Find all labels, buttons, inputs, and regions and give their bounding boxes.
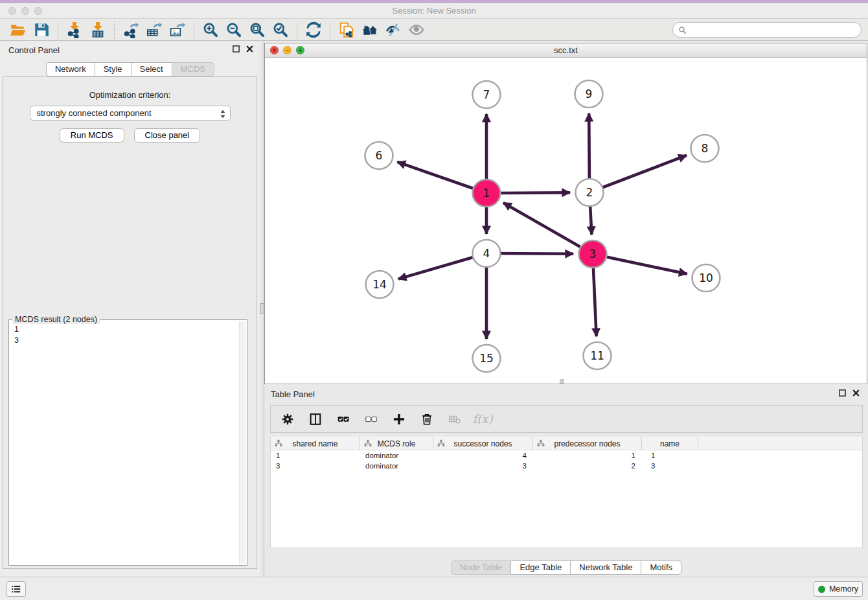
add-button[interactable] xyxy=(390,410,408,429)
zoom-selected-button[interactable] xyxy=(269,21,292,40)
close-window-button[interactable] xyxy=(8,7,16,15)
save-session-button[interactable] xyxy=(30,21,53,40)
graph-node-14[interactable]: 14 xyxy=(366,271,394,298)
tab-mcds[interactable]: MCDS xyxy=(172,62,214,76)
search-icon xyxy=(678,26,687,34)
graph-node-4[interactable]: 4 xyxy=(473,240,501,267)
table-cell: 1 xyxy=(271,450,360,461)
graph-node-1[interactable]: 1 xyxy=(473,179,501,207)
tab-select[interactable]: Select xyxy=(131,62,172,76)
delete-button[interactable] xyxy=(418,410,436,429)
graph-node-3[interactable]: 3 xyxy=(579,240,607,268)
dropdown-stepper-icon xyxy=(220,110,226,119)
table-body: 1dominator4113dominator323 xyxy=(271,450,862,471)
export-image-button[interactable] xyxy=(166,21,189,40)
float-table-panel-icon[interactable] xyxy=(838,389,847,397)
graph-node-15[interactable]: 15 xyxy=(473,345,501,372)
toolbar-separator xyxy=(58,21,58,39)
table-cell: 1 xyxy=(533,450,642,461)
graph-node-label: 2 xyxy=(586,186,593,199)
memory-label: Memory xyxy=(829,584,858,594)
toolbar-separator xyxy=(297,21,297,39)
network-zoom-button[interactable]: + xyxy=(296,46,304,54)
canvas-resize-handle[interactable] xyxy=(560,379,564,384)
column-label: shared name xyxy=(292,439,337,448)
run-mcds-button[interactable]: Run MCDS xyxy=(60,128,124,143)
search-input[interactable] xyxy=(690,25,856,35)
zoom-fit-button[interactable] xyxy=(246,21,269,40)
table-cell: 3 xyxy=(642,461,698,471)
toolbar-separator xyxy=(114,21,115,39)
network-minimize-button[interactable]: – xyxy=(283,46,291,54)
memory-status-icon xyxy=(818,586,825,593)
export-network-button[interactable] xyxy=(119,21,143,40)
graph-edge-2-8[interactable] xyxy=(589,156,687,192)
search-box[interactable] xyxy=(672,22,862,38)
network-close-button[interactable]: × xyxy=(270,46,279,54)
table-row[interactable]: 3dominator323 xyxy=(271,461,862,471)
criterion-dropdown[interactable]: strongly connected component xyxy=(30,106,231,121)
graph-node-6[interactable]: 6 xyxy=(365,142,393,169)
zoom-in-button[interactable] xyxy=(199,21,222,40)
birds-eye-view-button[interactable] xyxy=(405,21,428,40)
column-header-predecessor-nodes[interactable]: predecessor nodes xyxy=(533,437,642,450)
splitter-handle[interactable] xyxy=(260,303,264,314)
deselect-all-button[interactable] xyxy=(362,410,380,429)
function-builder-button: f(x) xyxy=(474,410,492,429)
delete-table-button xyxy=(446,410,464,429)
mcds-result-text[interactable]: 13 xyxy=(9,321,238,564)
import-table-button[interactable] xyxy=(86,21,109,40)
graph-edge-3-1[interactable] xyxy=(503,203,593,254)
graph-node-8[interactable]: 8 xyxy=(691,135,719,162)
close-table-panel-icon[interactable] xyxy=(852,389,860,397)
column-header-MCDS-role[interactable]: MCDS role xyxy=(360,437,433,450)
minimize-window-button[interactable] xyxy=(21,7,29,15)
duplicate-network-button[interactable] xyxy=(335,21,358,40)
tab-network[interactable]: Network xyxy=(46,62,95,76)
graph-node-label: 1 xyxy=(483,187,490,200)
zoom-out-button[interactable] xyxy=(222,21,246,40)
result-line: 1 xyxy=(14,324,238,335)
column-header-shared-name[interactable]: shared name xyxy=(271,437,360,450)
table-row[interactable]: 1dominator411 xyxy=(271,450,862,461)
memory-button[interactable]: Memory xyxy=(814,581,863,597)
table-cell: dominator xyxy=(360,461,433,471)
column-header-name[interactable]: name xyxy=(642,437,698,450)
table-cell: dominator xyxy=(360,450,433,461)
network-window-titlebar[interactable]: × – + scc.txt xyxy=(265,43,867,58)
export-table-button[interactable] xyxy=(143,21,166,40)
tab-motifs[interactable]: Motifs xyxy=(641,560,681,575)
network-canvas[interactable]: 7968124314101511 xyxy=(265,58,867,384)
hide-graphics-details-button[interactable] xyxy=(382,21,405,40)
open-session-button[interactable] xyxy=(6,21,30,40)
graph-node-9[interactable]: 9 xyxy=(575,80,603,108)
float-panel-icon[interactable] xyxy=(232,45,240,53)
network-graph[interactable]: 7968124314101511 xyxy=(265,58,867,384)
graph-node-label: 10 xyxy=(699,271,713,284)
graph-node-2[interactable]: 2 xyxy=(576,179,604,206)
graph-node-10[interactable]: 10 xyxy=(692,264,720,292)
graph-node-11[interactable]: 11 xyxy=(584,342,611,369)
close-panel-button[interactable]: Close panel xyxy=(134,128,201,143)
tab-style[interactable]: Style xyxy=(95,62,131,76)
home-button[interactable] xyxy=(358,21,382,40)
refresh-layout-button[interactable] xyxy=(302,21,325,40)
import-network-button[interactable] xyxy=(63,21,86,40)
result-scrollbar[interactable] xyxy=(239,321,246,564)
select-all-button[interactable] xyxy=(334,410,352,429)
tab-network-table[interactable]: Network Table xyxy=(570,560,641,575)
close-panel-icon[interactable] xyxy=(246,45,254,53)
split-panel-button[interactable] xyxy=(306,410,325,429)
tab-edge-table[interactable]: Edge Table xyxy=(510,560,571,575)
control-panel-title: Control Panel xyxy=(8,45,60,55)
optimization-criterion-label: Optimization criterion: xyxy=(3,90,257,100)
tab-node-table[interactable]: Node Table xyxy=(451,560,512,575)
graph-node-label: 4 xyxy=(483,247,490,260)
list-icon xyxy=(10,583,23,595)
column-header-successor-nodes[interactable]: successor nodes xyxy=(433,437,533,450)
task-history-button[interactable] xyxy=(6,581,26,597)
graph-node-label: 6 xyxy=(376,149,383,162)
settings-button[interactable] xyxy=(279,410,297,429)
graph-node-7[interactable]: 7 xyxy=(473,81,501,108)
zoom-window-button[interactable] xyxy=(34,7,42,15)
